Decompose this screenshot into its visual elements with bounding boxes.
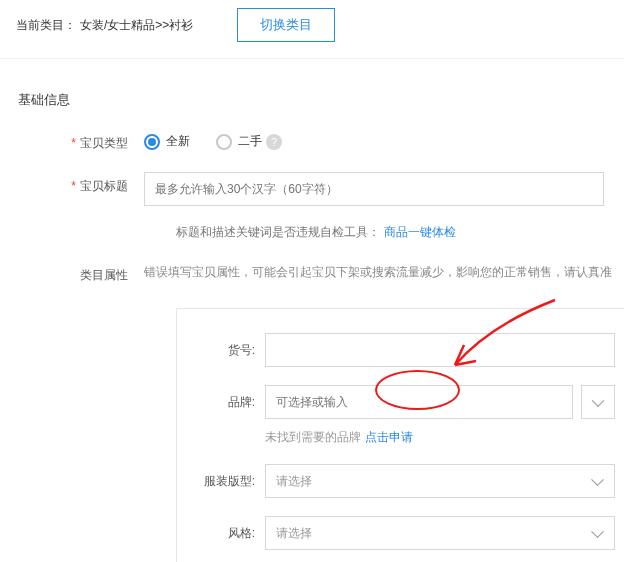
brand-input[interactable] (265, 385, 573, 419)
attr-label-sku: 货号: (197, 342, 265, 359)
row-category-attr: 类目属性 错误填写宝贝属性，可能会引起宝贝下架或搜索流量减少，影响您的正常销售，… (32, 259, 624, 290)
radio-label-used: 二手 (238, 133, 262, 150)
current-category-label: 当前类目： (16, 17, 76, 34)
item-type-new-radio[interactable]: 全新 (144, 133, 190, 150)
row-title: *宝贝标题 (32, 170, 624, 206)
attr-row-style: 风格: 请选择 (197, 516, 615, 550)
row-item-type: *宝贝类型 全新 二手 ? (32, 127, 624, 152)
title-control (144, 170, 624, 206)
item-type-used-radio[interactable]: 二手 ? (216, 133, 282, 150)
attr-row-sku: 货号: (197, 333, 615, 367)
style-select[interactable]: 请选择 (265, 516, 615, 550)
title-check-link[interactable]: 商品一键体检 (384, 225, 456, 239)
attr-label-brand: 品牌: (197, 394, 265, 411)
category-topbar: 当前类目： 女装/女士精品>>衬衫 切换类目 (0, 0, 624, 59)
attribute-panel: 货号: 品牌: 未找到需要的品牌点击申请 服装版型: 请选择 风格: 请选择 衣… (176, 308, 624, 562)
radio-unselected-icon (216, 134, 232, 150)
required-star: * (71, 179, 76, 193)
attr-label-fit: 服装版型: (197, 473, 265, 490)
title-hint: 标题和描述关键词是否违规自检工具：商品一键体检 (32, 214, 624, 241)
section-title-basic-info: 基础信息 (0, 59, 624, 127)
brand-apply-link[interactable]: 点击申请 (365, 430, 413, 444)
brand-dropdown-button[interactable] (581, 385, 615, 419)
help-icon[interactable]: ? (266, 134, 282, 150)
attr-row-brand: 品牌: 未找到需要的品牌点击申请 (197, 385, 615, 446)
fit-select[interactable]: 请选择 (265, 464, 615, 498)
current-category-path: 女装/女士精品>>衬衫 (80, 17, 193, 34)
item-type-radio-group: 全新 二手 ? (144, 127, 624, 150)
label-category-attr: 类目属性 (32, 259, 144, 284)
switch-category-button[interactable]: 切换类目 (237, 8, 335, 42)
label-title: *宝贝标题 (32, 170, 144, 195)
attr-label-style: 风格: (197, 525, 265, 542)
category-attr-warning: 错误填写宝贝属性，可能会引起宝贝下架或搜索流量减少，影响您的正常销售，请认真准 (144, 259, 624, 290)
attr-row-fit: 服装版型: 请选择 (197, 464, 615, 498)
required-star: * (71, 136, 76, 150)
form-area: *宝贝类型 全新 二手 ? *宝贝标题 标题和描述关键词是否违规自检工具：商品一… (0, 127, 624, 562)
label-item-type: *宝贝类型 (32, 127, 144, 152)
sku-input[interactable] (265, 333, 615, 367)
item-title-input[interactable] (144, 172, 604, 206)
radio-selected-icon (144, 134, 160, 150)
radio-label-new: 全新 (166, 133, 190, 150)
brand-hint: 未找到需要的品牌点击申请 (265, 429, 615, 446)
